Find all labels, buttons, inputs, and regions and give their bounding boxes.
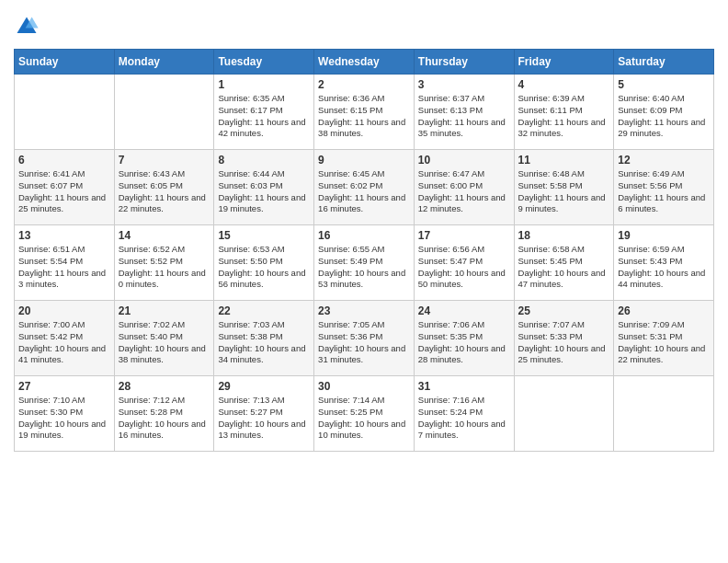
calendar-week-1: 1Sunrise: 6:35 AM Sunset: 6:17 PM Daylig… [15,75,714,150]
cell-content: Sunrise: 7:12 AM Sunset: 5:28 PM Dayligh… [119,395,210,442]
calendar-table: SundayMondayTuesdayWednesdayThursdayFrid… [14,49,714,452]
calendar-cell: 20Sunrise: 7:00 AM Sunset: 5:42 PM Dayli… [15,301,115,376]
calendar-cell: 8Sunrise: 6:44 AM Sunset: 6:03 PM Daylig… [214,150,314,225]
calendar-cell: 16Sunrise: 6:55 AM Sunset: 5:49 PM Dayli… [314,225,415,301]
calendar-week-2: 6Sunrise: 6:41 AM Sunset: 6:07 PM Daylig… [15,150,714,225]
calendar-cell: 10Sunrise: 6:47 AM Sunset: 6:00 PM Dayli… [414,150,514,225]
cell-content: Sunrise: 7:13 AM Sunset: 5:27 PM Dayligh… [218,395,310,442]
cell-content: Sunrise: 6:51 AM Sunset: 5:54 PM Dayligh… [18,244,110,291]
cell-content: Sunrise: 7:05 AM Sunset: 5:36 PM Dayligh… [318,319,410,366]
calendar-cell: 23Sunrise: 7:05 AM Sunset: 5:36 PM Dayli… [314,301,415,376]
calendar-header-row: SundayMondayTuesdayWednesdayThursdayFrid… [15,50,714,75]
cell-content: Sunrise: 7:06 AM Sunset: 5:35 PM Dayligh… [418,319,510,366]
cell-content: Sunrise: 6:44 AM Sunset: 6:03 PM Dayligh… [218,168,310,215]
cell-content: Sunrise: 6:37 AM Sunset: 6:13 PM Dayligh… [418,93,510,140]
calendar-cell: 21Sunrise: 7:02 AM Sunset: 5:40 PM Dayli… [114,301,214,376]
calendar-cell: 30Sunrise: 7:14 AM Sunset: 5:25 PM Dayli… [314,376,415,452]
cell-content: Sunrise: 7:14 AM Sunset: 5:25 PM Dayligh… [318,395,410,442]
calendar-week-3: 13Sunrise: 6:51 AM Sunset: 5:54 PM Dayli… [15,225,714,301]
day-number: 18 [518,229,610,242]
day-number: 31 [418,380,510,393]
calendar-cell [614,376,714,452]
cell-content: Sunrise: 7:09 AM Sunset: 5:31 PM Dayligh… [618,319,710,366]
day-number: 1 [218,78,310,91]
cell-content: Sunrise: 6:47 AM Sunset: 6:00 PM Dayligh… [418,168,510,215]
day-number: 13 [18,229,110,242]
cell-content: Sunrise: 6:52 AM Sunset: 5:52 PM Dayligh… [119,244,210,291]
calendar-cell [114,75,214,150]
day-number: 2 [318,78,410,91]
day-number: 24 [418,304,510,317]
calendar-cell: 6Sunrise: 6:41 AM Sunset: 6:07 PM Daylig… [15,150,115,225]
calendar-cell: 4Sunrise: 6:39 AM Sunset: 6:11 PM Daylig… [514,75,614,150]
cell-content: Sunrise: 7:10 AM Sunset: 5:30 PM Dayligh… [18,395,110,442]
page-header [14,14,714,40]
cell-content: Sunrise: 6:53 AM Sunset: 5:50 PM Dayligh… [218,244,310,291]
day-number: 16 [318,229,410,242]
calendar-cell: 3Sunrise: 6:37 AM Sunset: 6:13 PM Daylig… [414,75,514,150]
calendar-cell: 28Sunrise: 7:12 AM Sunset: 5:28 PM Dayli… [114,376,214,452]
logo-icon [14,14,40,40]
calendar-cell: 31Sunrise: 7:16 AM Sunset: 5:24 PM Dayli… [414,376,514,452]
cell-content: Sunrise: 7:00 AM Sunset: 5:42 PM Dayligh… [18,319,110,366]
column-header-thursday: Thursday [414,50,514,75]
cell-content: Sunrise: 6:55 AM Sunset: 5:49 PM Dayligh… [318,244,410,291]
column-header-wednesday: Wednesday [314,50,415,75]
calendar-cell: 18Sunrise: 6:58 AM Sunset: 5:45 PM Dayli… [514,225,614,301]
calendar-cell: 17Sunrise: 6:56 AM Sunset: 5:47 PM Dayli… [414,225,514,301]
cell-content: Sunrise: 6:40 AM Sunset: 6:09 PM Dayligh… [618,93,710,140]
calendar-cell [514,376,614,452]
logo [14,14,43,40]
calendar-cell: 2Sunrise: 6:36 AM Sunset: 6:15 PM Daylig… [314,75,415,150]
day-number: 9 [318,154,410,167]
calendar-cell: 9Sunrise: 6:45 AM Sunset: 6:02 PM Daylig… [314,150,415,225]
cell-content: Sunrise: 6:58 AM Sunset: 5:45 PM Dayligh… [518,244,610,291]
cell-content: Sunrise: 6:41 AM Sunset: 6:07 PM Dayligh… [18,168,110,215]
calendar-cell: 24Sunrise: 7:06 AM Sunset: 5:35 PM Dayli… [414,301,514,376]
column-header-saturday: Saturday [614,50,714,75]
calendar-cell: 11Sunrise: 6:48 AM Sunset: 5:58 PM Dayli… [514,150,614,225]
day-number: 23 [318,304,410,317]
day-number: 4 [518,78,610,91]
calendar-week-5: 27Sunrise: 7:10 AM Sunset: 5:30 PM Dayli… [15,376,714,452]
calendar-cell: 25Sunrise: 7:07 AM Sunset: 5:33 PM Dayli… [514,301,614,376]
day-number: 14 [119,229,210,242]
cell-content: Sunrise: 6:56 AM Sunset: 5:47 PM Dayligh… [418,244,510,291]
cell-content: Sunrise: 6:36 AM Sunset: 6:15 PM Dayligh… [318,93,410,140]
day-number: 5 [618,78,710,91]
day-number: 19 [618,229,710,242]
day-number: 8 [218,154,310,167]
day-number: 27 [18,380,110,393]
column-header-sunday: Sunday [15,50,115,75]
cell-content: Sunrise: 6:43 AM Sunset: 6:05 PM Dayligh… [119,168,210,215]
cell-content: Sunrise: 7:16 AM Sunset: 5:24 PM Dayligh… [418,395,510,442]
calendar-cell: 13Sunrise: 6:51 AM Sunset: 5:54 PM Dayli… [15,225,115,301]
calendar-cell: 22Sunrise: 7:03 AM Sunset: 5:38 PM Dayli… [214,301,314,376]
calendar-cell: 5Sunrise: 6:40 AM Sunset: 6:09 PM Daylig… [614,75,714,150]
day-number: 7 [119,154,210,167]
cell-content: Sunrise: 6:39 AM Sunset: 6:11 PM Dayligh… [518,93,610,140]
cell-content: Sunrise: 7:02 AM Sunset: 5:40 PM Dayligh… [119,319,210,366]
calendar-cell: 7Sunrise: 6:43 AM Sunset: 6:05 PM Daylig… [114,150,214,225]
day-number: 15 [218,229,310,242]
calendar-cell: 15Sunrise: 6:53 AM Sunset: 5:50 PM Dayli… [214,225,314,301]
calendar-cell: 29Sunrise: 7:13 AM Sunset: 5:27 PM Dayli… [214,376,314,452]
cell-content: Sunrise: 6:59 AM Sunset: 5:43 PM Dayligh… [618,244,710,291]
day-number: 17 [418,229,510,242]
day-number: 3 [418,78,510,91]
calendar-cell: 26Sunrise: 7:09 AM Sunset: 5:31 PM Dayli… [614,301,714,376]
day-number: 6 [18,154,110,167]
day-number: 29 [218,380,310,393]
day-number: 11 [518,154,610,167]
calendar-cell: 1Sunrise: 6:35 AM Sunset: 6:17 PM Daylig… [214,75,314,150]
calendar-cell: 27Sunrise: 7:10 AM Sunset: 5:30 PM Dayli… [15,376,115,452]
day-number: 10 [418,154,510,167]
day-number: 22 [218,304,310,317]
cell-content: Sunrise: 7:07 AM Sunset: 5:33 PM Dayligh… [518,319,610,366]
day-number: 30 [318,380,410,393]
column-header-tuesday: Tuesday [214,50,314,75]
day-number: 12 [618,154,710,167]
cell-content: Sunrise: 6:35 AM Sunset: 6:17 PM Dayligh… [218,93,310,140]
calendar-cell [15,75,115,150]
column-header-friday: Friday [514,50,614,75]
